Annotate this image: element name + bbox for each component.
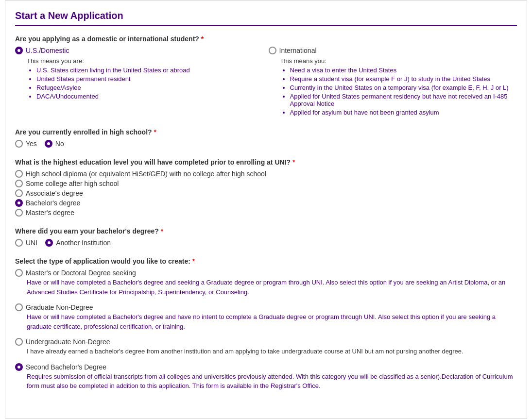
q5-masters-doctoral-desc: Have or will have completed a Bachelor's… xyxy=(27,278,517,297)
q3-hs-diploma-radio[interactable] xyxy=(15,170,23,178)
q4-another-option[interactable]: Another Institution xyxy=(45,239,111,247)
q4-uni-option[interactable]: UNI xyxy=(15,239,37,247)
bullet-item: Need a visa to enter the United States xyxy=(290,67,517,74)
q5-undergrad-nondegree-block: Undergraduate Non-Degree I have already … xyxy=(15,338,517,356)
q3-associates-option[interactable]: Associate's degree xyxy=(15,189,517,197)
q3-options: High school diploma (or equivalent HiSet… xyxy=(15,170,517,217)
q2-section: Are you currently enrolled in high schoo… xyxy=(15,128,517,148)
q4-section: Where did you earn your bachelor's degre… xyxy=(15,227,517,247)
q3-some-college-label: Some college after high school xyxy=(26,180,119,187)
q4-options: UNI Another Institution xyxy=(15,239,517,247)
bullet-item: Applied for United States permanent resi… xyxy=(290,93,517,107)
bullet-item: Currently in the United States on a temp… xyxy=(290,84,517,91)
bullet-item: United States permanent resident xyxy=(36,75,264,83)
q1-international-bullets: Need a visa to enter the United States R… xyxy=(280,67,517,116)
bullet-item: Require a student visa (for example F or… xyxy=(290,75,517,83)
q3-associates-radio[interactable] xyxy=(15,189,23,197)
q1-international-label: International xyxy=(279,47,317,54)
q5-second-bachelors-option[interactable]: Second Bachelor's Degree xyxy=(15,363,517,371)
q5-grad-nondegree-label: Graduate Non-Degree xyxy=(26,303,93,311)
q1-international-col: International This means you: Need a vis… xyxy=(269,47,517,117)
bullet-item: Refugee/Asylee xyxy=(36,84,264,91)
q3-masters-label: Master's degree xyxy=(26,209,74,217)
q3-label: What is the highest education level you … xyxy=(15,158,517,166)
q5-masters-doctoral-block: Master's or Doctoral Degree seeking Have… xyxy=(15,269,517,297)
q3-some-college-radio[interactable] xyxy=(15,180,23,187)
q5-masters-doctoral-label: Master's or Doctoral Degree seeking xyxy=(26,269,136,277)
q1-domestic-radio[interactable] xyxy=(15,47,23,54)
q4-another-label: Another Institution xyxy=(56,239,111,247)
q3-bachelors-option[interactable]: Bachelor's degree xyxy=(15,199,517,207)
q2-yes-radio[interactable] xyxy=(15,140,23,148)
q5-second-bachelors-radio[interactable] xyxy=(15,363,23,371)
q5-grad-nondegree-desc: Have or will have completed a Bachelor's… xyxy=(27,312,517,331)
q4-uni-radio[interactable] xyxy=(15,239,23,247)
q3-section: What is the highest education level you … xyxy=(15,158,517,217)
q3-hs-diploma-option[interactable]: High school diploma (or equivalent HiSet… xyxy=(15,170,517,178)
q3-some-college-option[interactable]: Some college after high school xyxy=(15,180,517,187)
q2-no-radio[interactable] xyxy=(45,140,52,148)
bullet-item: U.S. States citizen living in the United… xyxy=(36,67,264,74)
q5-grad-nondegree-option[interactable]: Graduate Non-Degree xyxy=(15,303,517,311)
q5-masters-doctoral-radio[interactable] xyxy=(15,269,23,277)
q5-section: Select the type of application would you… xyxy=(15,257,517,396)
q3-hs-diploma-label: High school diploma (or equivalent HiSet… xyxy=(26,170,266,178)
q3-associates-label: Associate's degree xyxy=(26,189,83,197)
page-container: Start a New Application Are you applying… xyxy=(5,0,527,419)
q5-second-bachelors-label: Second Bachelor's Degree xyxy=(26,363,106,371)
q5-undergrad-nondegree-label: Undergraduate Non-Degree xyxy=(26,338,110,346)
q1-domestic-label: U.S./Domestic xyxy=(26,47,69,54)
q5-masters-doctoral-option[interactable]: Master's or Doctoral Degree seeking xyxy=(15,269,517,277)
q1-international-radio[interactable] xyxy=(269,47,276,54)
q3-masters-radio[interactable] xyxy=(15,209,23,217)
q4-uni-label: UNI xyxy=(26,239,37,247)
q1-domestic-option[interactable]: U.S./Domestic xyxy=(15,47,264,54)
q5-grad-nondegree-block: Graduate Non-Degree Have or will have co… xyxy=(15,303,517,331)
q1-international-means: This means you: xyxy=(280,57,517,65)
q5-label: Select the type of application would you… xyxy=(15,257,517,265)
q3-bachelors-label: Bachelor's degree xyxy=(26,199,80,207)
q1-label: Are you applying as a domestic or intern… xyxy=(15,35,517,43)
q1-international-option[interactable]: International xyxy=(269,47,517,54)
page-title: Start a New Application xyxy=(15,10,517,26)
q1-domestic-col: U.S./Domestic This means you are: U.S. S… xyxy=(15,47,264,117)
q5-grad-nondegree-radio[interactable] xyxy=(15,303,23,311)
q1-domestic-bullets: U.S. States citizen living in the United… xyxy=(27,67,264,100)
q5-undergrad-nondegree-option[interactable]: Undergraduate Non-Degree xyxy=(15,338,517,346)
q2-no-option[interactable]: No xyxy=(45,140,64,148)
q2-options: Yes No xyxy=(15,140,517,148)
q2-label: Are you currently enrolled in high schoo… xyxy=(15,128,517,136)
bullet-item: Applied for asylum but have not been gra… xyxy=(290,109,517,116)
q1-section: Are you applying as a domestic or intern… xyxy=(15,35,517,117)
q1-domestic-means: This means you are: xyxy=(27,57,264,65)
q4-another-radio[interactable] xyxy=(45,239,53,247)
q4-label: Where did you earn your bachelor's degre… xyxy=(15,227,517,235)
q2-yes-option[interactable]: Yes xyxy=(15,140,37,148)
q5-undergrad-nondegree-radio[interactable] xyxy=(15,338,23,346)
q5-second-bachelors-block: Second Bachelor's Degree Requires submis… xyxy=(15,363,517,391)
q2-no-label: No xyxy=(55,140,64,148)
q5-options: Master's or Doctoral Degree seeking Have… xyxy=(15,269,517,396)
q3-bachelors-radio[interactable] xyxy=(15,199,23,207)
q5-undergrad-nondegree-desc: I have already earned a bachelor's degre… xyxy=(27,347,517,356)
q1-grid: U.S./Domestic This means you are: U.S. S… xyxy=(15,47,517,117)
q2-yes-label: Yes xyxy=(26,140,37,148)
q3-masters-option[interactable]: Master's degree xyxy=(15,209,517,217)
bullet-item: DACA/Undocumented xyxy=(36,93,264,100)
q5-second-bachelors-desc: Requires submission of official transcri… xyxy=(27,372,517,391)
